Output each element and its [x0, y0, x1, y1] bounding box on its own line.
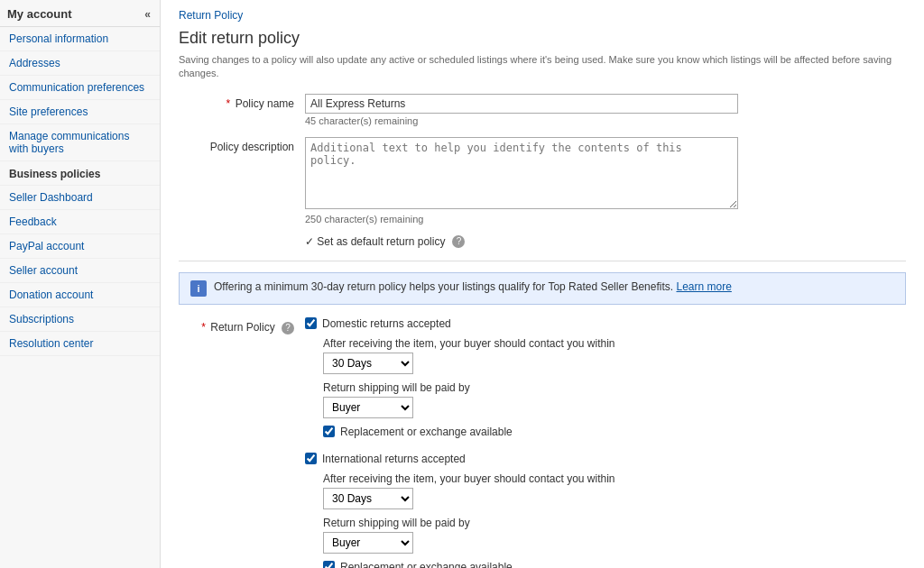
international-returns-label: International returns accepted: [322, 453, 466, 465]
domestic-exchange-checkbox[interactable]: [323, 426, 335, 437]
domestic-returns-title: Domestic returns accepted: [305, 317, 906, 330]
return-policy-label: * Return Policy ?: [179, 317, 305, 334]
policy-description-field: 250 character(s) remaining: [305, 137, 906, 224]
sidebar-item-communication-preferences[interactable]: Communication preferences: [0, 76, 160, 100]
default-policy-label: ✓ Set as default return policy: [305, 235, 445, 248]
sidebar-item-donation-account[interactable]: Donation account: [0, 283, 160, 307]
domestic-shipping-paid-field: Return shipping will be paid by Buyer Se…: [323, 381, 906, 418]
domestic-shipping-paid-label: Return shipping will be paid by: [323, 381, 906, 394]
required-star: *: [226, 97, 231, 110]
sidebar: My account « Personal information Addres…: [0, 0, 161, 568]
sidebar-item-manage-communications-buyers[interactable]: Manage communications with buyers: [0, 124, 160, 161]
international-returns-checkbox[interactable]: [305, 453, 317, 464]
international-returns-block: International returns accepted After rec…: [305, 453, 906, 568]
sidebar-item-addresses[interactable]: Addresses: [0, 51, 160, 76]
sidebar-section-business-policies: Business policies: [0, 161, 160, 186]
return-policy-help-icon[interactable]: ?: [282, 322, 294, 334]
policy-description-textarea[interactable]: [305, 137, 738, 209]
page-info-text: Saving changes to a policy will also upd…: [179, 53, 906, 81]
return-required-star: *: [201, 321, 206, 334]
sidebar-item-subscriptions[interactable]: Subscriptions: [0, 307, 160, 332]
domestic-returns-label: Domestic returns accepted: [322, 317, 451, 330]
international-contact-within-label: After receiving the item, your buyer sho…: [323, 472, 906, 485]
policy-name-label: * Policy name: [179, 94, 305, 110]
sidebar-collapse-button[interactable]: «: [144, 8, 151, 21]
sidebar-item-resolution-center[interactable]: Resolution center: [0, 332, 160, 356]
domestic-returns-block: Domestic returns accepted After receivin…: [305, 317, 906, 438]
policy-name-field: 45 character(s) remaining: [305, 94, 906, 126]
policy-name-input[interactable]: [305, 94, 738, 114]
policy-description-label: Policy description: [179, 137, 305, 153]
return-policy-section: * Return Policy ? Domestic returns accep…: [179, 317, 906, 568]
sidebar-item-paypal-account[interactable]: PayPal account: [0, 234, 160, 259]
international-shipping-paid-select[interactable]: Buyer Seller: [323, 532, 413, 554]
info-banner-link[interactable]: Learn more: [676, 280, 731, 293]
international-exchange-label: Replacement or exchange available: [340, 561, 513, 568]
default-policy-row: ✓ Set as default return policy ?: [305, 235, 906, 248]
international-shipping-paid-field: Return shipping will be paid by Buyer Se…: [323, 517, 906, 554]
international-exchange-row: Replacement or exchange available: [323, 561, 906, 568]
policy-name-chars: 45 character(s) remaining: [305, 115, 906, 126]
info-banner-text: Offering a minimum 30-day return policy …: [214, 280, 732, 293]
main-content: Return Policy Edit return policy Saving …: [161, 0, 924, 568]
breadcrumb-return-policy[interactable]: Return Policy: [179, 9, 243, 22]
sidebar-header: My account «: [0, 0, 160, 27]
sidebar-item-seller-account[interactable]: Seller account: [0, 259, 160, 283]
page-title: Edit return policy: [179, 29, 906, 48]
info-banner: i Offering a minimum 30-day return polic…: [179, 272, 906, 305]
international-contact-within-select[interactable]: 30 Days 60 Days: [323, 488, 413, 509]
sidebar-item-feedback[interactable]: Feedback: [0, 210, 160, 234]
domestic-exchange-row: Replacement or exchange available: [323, 426, 906, 438]
return-policy-content: Domestic returns accepted After receivin…: [305, 317, 906, 568]
sidebar-item-personal-information[interactable]: Personal information: [0, 27, 160, 51]
international-contact-within-field: After receiving the item, your buyer sho…: [323, 472, 906, 509]
info-banner-icon: i: [190, 280, 207, 297]
domestic-returns-checkbox[interactable]: [305, 317, 317, 329]
sidebar-item-seller-dashboard[interactable]: Seller Dashboard: [0, 186, 160, 210]
breadcrumb: Return Policy: [179, 9, 906, 22]
policy-description-row: Policy description 250 character(s) rema…: [179, 137, 906, 224]
international-exchange-checkbox[interactable]: [323, 561, 335, 568]
international-returns-title: International returns accepted: [305, 453, 906, 465]
domestic-contact-within-field: After receiving the item, your buyer sho…: [323, 337, 906, 374]
divider-1: [179, 261, 906, 261]
sidebar-title: My account: [7, 7, 72, 21]
sidebar-item-site-preferences[interactable]: Site preferences: [0, 100, 160, 124]
policy-name-row: * Policy name 45 character(s) remaining: [179, 94, 906, 126]
domestic-exchange-label: Replacement or exchange available: [340, 426, 513, 438]
domestic-contact-within-select[interactable]: 30 Days 60 Days: [323, 353, 413, 374]
domestic-contact-within-label: After receiving the item, your buyer sho…: [323, 337, 906, 350]
domestic-shipping-paid-select[interactable]: Buyer Seller: [323, 397, 413, 418]
help-icon[interactable]: ?: [452, 235, 465, 248]
international-shipping-paid-label: Return shipping will be paid by: [323, 517, 906, 529]
policy-description-chars: 250 character(s) remaining: [305, 214, 906, 224]
